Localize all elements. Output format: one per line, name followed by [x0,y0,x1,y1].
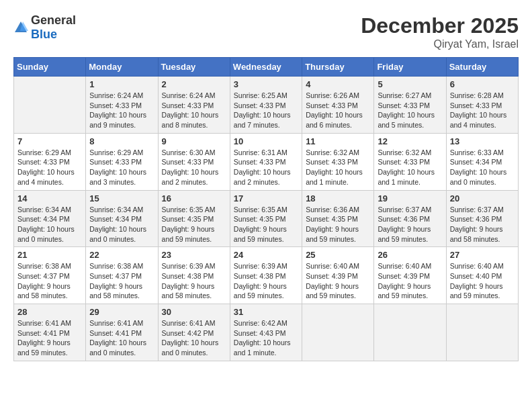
day-number: 27 [450,250,515,260]
logo-general: General [31,13,76,27]
day-info: Sunrise: 6:33 AM Sunset: 4:34 PM Dayligh… [450,148,515,187]
day-info: Sunrise: 6:30 AM Sunset: 4:33 PM Dayligh… [162,148,226,187]
day-info: Sunrise: 6:29 AM Sunset: 4:33 PM Dayligh… [17,148,82,187]
day-number: 30 [162,307,226,317]
title-area: December 2025 Qiryat Yam, Israel [361,13,519,50]
day-info: Sunrise: 6:28 AM Sunset: 4:33 PM Dayligh… [450,91,515,130]
calendar-table: SundayMondayTuesdayWednesdayThursdayFrid… [13,57,519,361]
calendar-week-row: 14Sunrise: 6:34 AM Sunset: 4:34 PM Dayli… [14,190,519,247]
day-info: Sunrise: 6:39 AM Sunset: 4:38 PM Dayligh… [234,261,298,301]
day-info: Sunrise: 6:32 AM Sunset: 4:33 PM Dayligh… [306,148,370,187]
day-info: Sunrise: 6:35 AM Sunset: 4:35 PM Dayligh… [234,205,298,244]
calendar-cell [446,304,518,361]
day-info: Sunrise: 6:38 AM Sunset: 4:37 PM Dayligh… [89,261,154,301]
day-info: Sunrise: 6:41 AM Sunset: 4:41 PM Dayligh… [89,318,154,358]
calendar-cell: 27Sunrise: 6:40 AM Sunset: 4:40 PM Dayli… [446,247,518,304]
day-number: 25 [306,250,370,260]
calendar-cell [374,304,446,361]
calendar-cell: 13Sunrise: 6:33 AM Sunset: 4:34 PM Dayli… [446,133,518,190]
calendar-cell: 9Sunrise: 6:30 AM Sunset: 4:33 PM Daylig… [158,133,230,190]
calendar-cell: 22Sunrise: 6:38 AM Sunset: 4:37 PM Dayli… [86,247,158,304]
calendar-cell: 5Sunrise: 6:27 AM Sunset: 4:33 PM Daylig… [374,77,446,134]
day-info: Sunrise: 6:42 AM Sunset: 4:43 PM Dayligh… [234,318,298,358]
day-number: 19 [378,193,442,203]
day-info: Sunrise: 6:41 AM Sunset: 4:42 PM Dayligh… [162,318,226,358]
day-number: 6 [450,79,515,89]
calendar-week-row: 1Sunrise: 6:24 AM Sunset: 4:33 PM Daylig… [14,77,519,134]
column-header-friday: Friday [374,58,446,77]
day-info: Sunrise: 6:36 AM Sunset: 4:35 PM Dayligh… [306,205,370,244]
day-info: Sunrise: 6:35 AM Sunset: 4:35 PM Dayligh… [162,205,226,244]
column-header-wednesday: Wednesday [230,58,302,77]
month-title: December 2025 [361,13,519,38]
day-number: 9 [162,136,226,146]
calendar-cell: 4Sunrise: 6:26 AM Sunset: 4:33 PM Daylig… [302,77,374,134]
day-number: 11 [306,136,370,146]
calendar-cell: 11Sunrise: 6:32 AM Sunset: 4:33 PM Dayli… [302,133,374,190]
day-info: Sunrise: 6:31 AM Sunset: 4:33 PM Dayligh… [234,148,298,187]
calendar-cell: 14Sunrise: 6:34 AM Sunset: 4:34 PM Dayli… [14,190,86,247]
day-number: 4 [306,79,370,89]
calendar-week-row: 21Sunrise: 6:38 AM Sunset: 4:37 PM Dayli… [14,247,519,304]
day-info: Sunrise: 6:24 AM Sunset: 4:33 PM Dayligh… [162,91,226,130]
calendar-cell: 16Sunrise: 6:35 AM Sunset: 4:35 PM Dayli… [158,190,230,247]
day-info: Sunrise: 6:34 AM Sunset: 4:34 PM Dayligh… [17,205,82,244]
day-number: 26 [378,250,442,260]
calendar-cell: 19Sunrise: 6:37 AM Sunset: 4:36 PM Dayli… [374,190,446,247]
column-header-saturday: Saturday [446,58,518,77]
calendar-cell: 15Sunrise: 6:34 AM Sunset: 4:34 PM Dayli… [86,190,158,247]
day-number: 31 [234,307,298,317]
calendar-cell: 1Sunrise: 6:24 AM Sunset: 4:33 PM Daylig… [86,77,158,134]
calendar-week-row: 28Sunrise: 6:41 AM Sunset: 4:41 PM Dayli… [14,304,519,361]
calendar-cell: 29Sunrise: 6:41 AM Sunset: 4:41 PM Dayli… [86,304,158,361]
location-title: Qiryat Yam, Israel [361,38,519,50]
calendar-header-row: SundayMondayTuesdayWednesdayThursdayFrid… [14,58,519,77]
calendar-cell: 30Sunrise: 6:41 AM Sunset: 4:42 PM Dayli… [158,304,230,361]
day-info: Sunrise: 6:34 AM Sunset: 4:34 PM Dayligh… [89,205,154,244]
day-info: Sunrise: 6:29 AM Sunset: 4:33 PM Dayligh… [89,148,154,187]
column-header-sunday: Sunday [14,58,86,77]
calendar-cell [302,304,374,361]
calendar-cell: 8Sunrise: 6:29 AM Sunset: 4:33 PM Daylig… [86,133,158,190]
calendar-cell: 25Sunrise: 6:40 AM Sunset: 4:39 PM Dayli… [302,247,374,304]
calendar-week-row: 7Sunrise: 6:29 AM Sunset: 4:33 PM Daylig… [14,133,519,190]
day-number: 3 [234,79,298,89]
day-info: Sunrise: 6:38 AM Sunset: 4:37 PM Dayligh… [17,261,82,301]
day-number: 20 [450,193,515,203]
day-number: 29 [89,307,154,317]
day-number: 8 [89,136,154,146]
day-number: 13 [450,136,515,146]
calendar-cell: 28Sunrise: 6:41 AM Sunset: 4:41 PM Dayli… [14,304,86,361]
day-info: Sunrise: 6:37 AM Sunset: 4:36 PM Dayligh… [450,205,515,244]
day-number: 18 [306,193,370,203]
calendar-cell: 31Sunrise: 6:42 AM Sunset: 4:43 PM Dayli… [230,304,302,361]
day-info: Sunrise: 6:26 AM Sunset: 4:33 PM Dayligh… [306,91,370,130]
calendar-cell: 17Sunrise: 6:35 AM Sunset: 4:35 PM Dayli… [230,190,302,247]
day-number: 17 [234,193,298,203]
day-number: 28 [17,307,82,317]
day-number: 23 [162,250,226,260]
calendar-cell: 3Sunrise: 6:25 AM Sunset: 4:33 PM Daylig… [230,77,302,134]
day-info: Sunrise: 6:25 AM Sunset: 4:33 PM Dayligh… [234,91,298,130]
calendar-cell: 12Sunrise: 6:32 AM Sunset: 4:33 PM Dayli… [374,133,446,190]
column-header-thursday: Thursday [302,58,374,77]
day-info: Sunrise: 6:40 AM Sunset: 4:39 PM Dayligh… [378,261,442,301]
calendar-cell: 24Sunrise: 6:39 AM Sunset: 4:38 PM Dayli… [230,247,302,304]
day-number: 5 [378,79,442,89]
calendar-cell: 10Sunrise: 6:31 AM Sunset: 4:33 PM Dayli… [230,133,302,190]
day-number: 21 [17,250,82,260]
day-number: 1 [89,79,154,89]
day-info: Sunrise: 6:41 AM Sunset: 4:41 PM Dayligh… [17,318,82,358]
logo: General Blue [13,13,76,42]
day-info: Sunrise: 6:40 AM Sunset: 4:40 PM Dayligh… [450,261,515,301]
calendar-cell: 18Sunrise: 6:36 AM Sunset: 4:35 PM Dayli… [302,190,374,247]
day-info: Sunrise: 6:40 AM Sunset: 4:39 PM Dayligh… [306,261,370,301]
day-number: 16 [162,193,226,203]
column-header-tuesday: Tuesday [158,58,230,77]
calendar-cell: 7Sunrise: 6:29 AM Sunset: 4:33 PM Daylig… [14,133,86,190]
calendar-cell [14,77,86,134]
logo-text: General Blue [31,13,76,42]
day-info: Sunrise: 6:27 AM Sunset: 4:33 PM Dayligh… [378,91,442,130]
calendar-cell: 6Sunrise: 6:28 AM Sunset: 4:33 PM Daylig… [446,77,518,134]
day-info: Sunrise: 6:32 AM Sunset: 4:33 PM Dayligh… [378,148,442,187]
